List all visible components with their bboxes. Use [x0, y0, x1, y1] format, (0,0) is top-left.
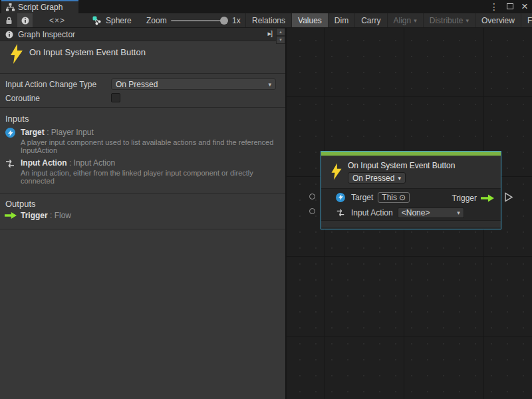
player-input-icon: [5, 128, 15, 138]
node-title: On Input System Event Button: [348, 161, 455, 170]
graph-inspector-panel: Graph Inspector ▸] ▴ ▾ On Input System E…: [0, 28, 285, 399]
close-icon[interactable]: ×: [521, 0, 528, 13]
divider: [0, 107, 285, 108]
divider: [0, 229, 285, 229]
lock-icon: [5, 17, 13, 25]
node-footer: [321, 220, 501, 227]
maximize-icon[interactable]: [507, 2, 513, 11]
event-node[interactable]: On Input System Event Button On Pressed …: [321, 151, 501, 229]
input-action-dropdown[interactable]: <None> ▾: [398, 207, 464, 218]
inputs-heading: Inputs: [5, 114, 29, 124]
distribute-button[interactable]: Distribute▾: [424, 13, 475, 27]
node-row-input-action: Input Action <None> ▾: [321, 205, 501, 220]
output-port-name: Trigger : Flow: [21, 211, 71, 220]
unit-title-block: On Input System Event Button: [0, 42, 285, 73]
carry-button[interactable]: Carry: [355, 13, 387, 27]
event-bolt-icon: [9, 44, 25, 64]
graph-canvas[interactable]: On Input System Event Button On Pressed …: [285, 28, 532, 399]
inspector-toggle-button[interactable]: [17, 13, 33, 27]
target-object-field[interactable]: This ⊙: [378, 192, 410, 203]
context-label: Sphere: [106, 16, 132, 25]
divider: [0, 193, 285, 194]
values-button[interactable]: Values: [292, 13, 329, 27]
input-port-description: An input action, either from the linked …: [21, 169, 288, 185]
input-action-icon: [5, 158, 15, 169]
divider: [0, 73, 285, 74]
toolbar-buttons: Relations Values Dim Carry Align▾ Distri…: [245, 13, 532, 27]
event-bolt-icon: [330, 163, 343, 180]
target-port-label: Target: [351, 193, 373, 202]
dock-panel-icon[interactable]: ▸]: [267, 29, 272, 38]
zoom-slider-track[interactable]: [171, 20, 223, 21]
flow-arrow-icon: [481, 194, 494, 202]
chevron-down-icon: ▾: [414, 17, 417, 24]
relations-button[interactable]: Relations: [246, 13, 292, 27]
chevron-down-icon: ▾: [457, 209, 460, 216]
script-graph-window: Script Graph ⋮ × <×>: [0, 0, 532, 399]
zoom-label: Zoom: [146, 13, 167, 27]
coroutine-checkbox[interactable]: [111, 93, 120, 102]
flow-arrow-icon: [5, 211, 17, 219]
window-controls: ⋮ ×: [489, 0, 528, 13]
input-action-icon: [336, 208, 345, 217]
trigger-output: Trigger: [452, 190, 494, 205]
tab-title: Script Graph: [18, 3, 63, 12]
object-picker-icon[interactable]: ⊙: [399, 193, 406, 202]
code-view-button[interactable]: <×>: [45, 13, 69, 27]
node-header[interactable]: On Input System Event Button On Pressed …: [321, 156, 501, 189]
tab-script-graph[interactable]: Script Graph: [1, 0, 78, 13]
input-port-name: Target : Player Input: [21, 128, 94, 137]
align-button[interactable]: Align▾: [388, 13, 424, 27]
trigger-output-port[interactable]: [504, 192, 513, 202]
player-input-icon: [336, 193, 345, 202]
coroutine-label: Coroutine: [5, 94, 40, 103]
inspector-header-title: Graph Inspector: [18, 30, 75, 39]
unit-title: On Input System Event Button: [29, 47, 146, 57]
graph-icon: [6, 3, 15, 11]
input-port-description: A player input component used to list av…: [21, 138, 288, 154]
code-x-icon: <×>: [49, 16, 65, 25]
zoom-slider-handle[interactable]: [220, 17, 228, 25]
inspector-header: Graph Inspector ▸]: [0, 28, 285, 41]
zoom-value: 1x: [232, 13, 241, 27]
scroll-up-button[interactable]: ▴: [276, 28, 285, 36]
trigger-output-label: Trigger: [452, 194, 477, 203]
maximize-box: [507, 3, 513, 9]
info-icon: [21, 17, 29, 25]
full-screen-button[interactable]: Full Screen: [521, 13, 532, 27]
node-body: Target This ⊙ Trigger: [321, 189, 501, 220]
node-mode-dropdown[interactable]: On Pressed ▾: [348, 172, 406, 184]
change-type-dropdown[interactable]: On Pressed ▾: [111, 78, 276, 90]
chevron-down-icon: ▾: [466, 17, 469, 24]
overview-button[interactable]: Overview: [475, 13, 521, 27]
graph-branch-icon: [92, 16, 102, 25]
change-type-label: Input Action Change Type: [5, 80, 96, 89]
node-row-target: Target This ⊙ Trigger: [321, 190, 501, 205]
info-icon: [5, 31, 13, 39]
dim-button[interactable]: Dim: [329, 13, 355, 27]
graph-toolbar: <×> Sphere Zoom 1x Relations Values Dim …: [0, 13, 532, 28]
title-bar: Script Graph ⋮ ×: [0, 0, 532, 13]
target-input-port[interactable]: [309, 194, 315, 200]
input-action-input-port[interactable]: [309, 208, 315, 214]
outputs-heading: Outputs: [5, 199, 36, 209]
chevron-down-icon: ▾: [398, 175, 401, 182]
input-action-port-label: Input Action: [351, 208, 393, 217]
chevron-down-icon: ▾: [268, 81, 271, 88]
input-port-name: Input Action : Input Action: [21, 158, 115, 168]
graph-context-breadcrumb[interactable]: Sphere: [90, 13, 134, 27]
menu-icon[interactable]: ⋮: [489, 0, 499, 13]
lock-button[interactable]: [2, 13, 15, 27]
